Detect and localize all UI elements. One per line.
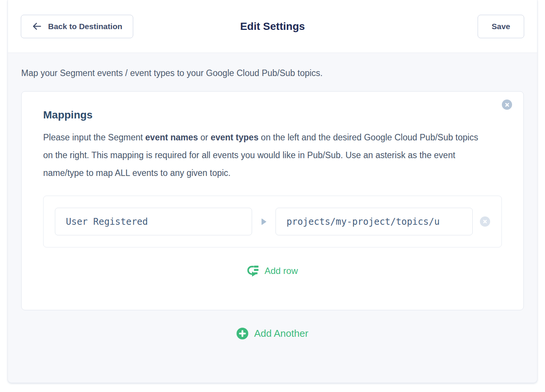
bold-event-names: event names xyxy=(145,132,198,142)
card-title: Mappings xyxy=(43,109,502,121)
settings-body: Map your Segment events / event types to… xyxy=(8,53,537,383)
back-button-label: Back to Destination xyxy=(48,22,122,31)
arrow-left-icon xyxy=(32,21,42,31)
plus-circle-icon xyxy=(237,328,248,339)
save-button-label: Save xyxy=(492,22,510,31)
bold-event-types: event types xyxy=(210,132,258,142)
add-another-button[interactable]: Add Another xyxy=(21,328,524,339)
mappings-card: Mappings Please input the Segment event … xyxy=(21,91,524,310)
header-bar: Back to Destination Edit Settings Save xyxy=(8,0,537,53)
event-name-input[interactable] xyxy=(55,208,252,235)
add-another-label: Add Another xyxy=(254,328,308,339)
save-button[interactable]: Save xyxy=(478,15,524,38)
back-to-destination-button[interactable]: Back to Destination xyxy=(21,15,133,38)
close-icon[interactable] xyxy=(502,100,512,110)
triangle-right-icon xyxy=(252,218,276,225)
mapping-row xyxy=(43,196,502,247)
intro-text: Map your Segment events / event types to… xyxy=(21,67,524,79)
remove-row-icon[interactable] xyxy=(480,216,490,227)
add-row-button[interactable]: Add row xyxy=(43,265,502,277)
settings-panel: Back to Destination Edit Settings Save M… xyxy=(8,0,537,383)
insert-row-icon xyxy=(247,265,259,277)
card-description: Please input the Segment event names or … xyxy=(43,129,486,182)
add-row-label: Add row xyxy=(265,266,298,276)
topic-input[interactable] xyxy=(276,208,473,235)
